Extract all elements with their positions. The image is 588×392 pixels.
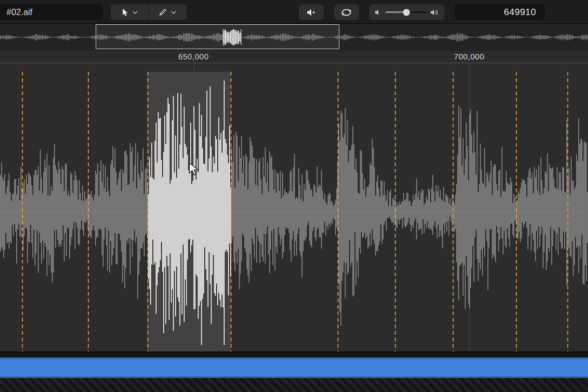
- position-counter-value: 649910: [504, 7, 536, 18]
- loop-arrows-icon: [340, 8, 353, 17]
- ruler-label: 700,000: [454, 52, 484, 61]
- speaker-waves-icon: [430, 9, 439, 16]
- toolbar: #02.aif: [0, 0, 588, 24]
- pencil-tool-button[interactable]: [149, 4, 187, 20]
- pencil-icon: [159, 8, 167, 16]
- ruler-label: 650,000: [178, 52, 209, 61]
- visible-area-rectangle[interactable]: [96, 24, 339, 49]
- filename-label: #02.aif: [6, 8, 32, 17]
- chevron-down-icon: [132, 11, 138, 14]
- main-waveform-canvas[interactable]: [0, 63, 588, 352]
- prelisten-button[interactable]: [299, 4, 324, 20]
- position-counter[interactable]: 649910: [455, 4, 545, 20]
- bottom-divider-strip: [0, 352, 588, 357]
- tool-selector-group: [111, 4, 186, 20]
- sample-ruler[interactable]: 650,000700,000: [0, 51, 588, 63]
- cycle-button[interactable]: [334, 4, 359, 20]
- horizontal-scrollbar[interactable]: [0, 357, 588, 378]
- audio-file-editor-window: #02.aif: [0, 0, 588, 392]
- pointer-tool-button[interactable]: [111, 4, 149, 20]
- waveform-display[interactable]: [0, 63, 588, 352]
- overview-strip: [0, 24, 588, 51]
- pointer-arrow-icon: [121, 8, 129, 17]
- volume-slider-knob[interactable]: [403, 9, 410, 16]
- speaker-dot-icon: [306, 9, 316, 16]
- chevron-down-icon: [171, 11, 176, 14]
- volume-control: [369, 4, 444, 20]
- volume-slider[interactable]: [385, 11, 426, 13]
- window-resize-area: [0, 378, 588, 392]
- speaker-low-icon: [375, 9, 381, 16]
- filename-tab[interactable]: #02.aif: [0, 4, 103, 20]
